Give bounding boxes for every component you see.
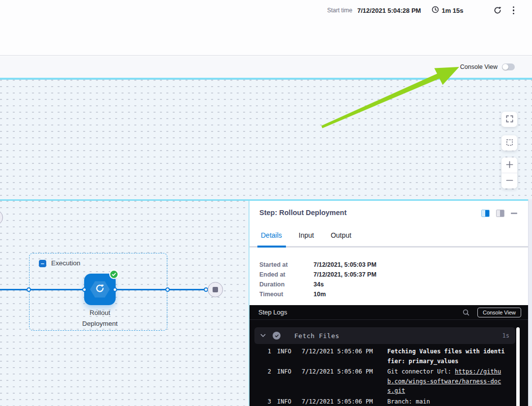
- log-section-duration: 1s: [502, 332, 509, 339]
- panel-header: Step: Rollout Deployment: [250, 201, 528, 221]
- start-time-label: Start time: [327, 7, 352, 14]
- zoom-in-button[interactable]: [501, 157, 517, 173]
- start-node-partial: [0, 210, 3, 225]
- console-view-band: Console View: [0, 56, 532, 78]
- console-view-toggle[interactable]: [502, 63, 515, 70]
- top-bar: Start time 7/12/2021 5:04:28 PM 1m 15s: [0, 0, 532, 56]
- step-graph-canvas[interactable]: Execution Rollout Deployment: [0, 201, 250, 406]
- zoom-out-button[interactable]: [501, 173, 517, 188]
- refresh-button[interactable]: [493, 6, 502, 15]
- canvas-zoom-controls: [501, 112, 517, 188]
- log-entries: 1 INFO 7/12/2021 5:05:06 PM Fetching Val…: [250, 347, 528, 406]
- panel-title: Step: Rollout Deployment: [259, 209, 346, 217]
- edge-connector: [113, 287, 117, 292]
- check-circle-icon: [273, 332, 281, 340]
- edge-connector: [27, 287, 31, 292]
- tab-input[interactable]: Input: [299, 228, 314, 242]
- log-section-name: Fetch Files: [294, 332, 502, 340]
- minimize-panel-button[interactable]: [511, 210, 518, 217]
- tab-output[interactable]: Output: [331, 228, 351, 242]
- detail-row-timeout: Timeout 10m: [259, 289, 528, 299]
- logs-scrollbar-thumb[interactable]: [516, 327, 520, 406]
- node-label: Rollout Deployment: [65, 308, 134, 329]
- active-tab-indicator: [257, 246, 286, 248]
- step-details-panel: Step: Rollout Deployment Details Input O…: [250, 201, 528, 406]
- panel-scroll-gutter[interactable]: [528, 199, 532, 406]
- pipeline-canvas-upper[interactable]: [0, 80, 532, 199]
- fit-to-screen-button[interactable]: [501, 135, 517, 151]
- step-logs-title: Step Logs: [258, 309, 463, 316]
- execution-meta: Start time 7/12/2021 5:04:28 PM 1m 15s: [327, 4, 514, 16]
- minimize-icon: [511, 213, 517, 214]
- minus-icon: [506, 177, 513, 186]
- collapse-group-button[interactable]: [39, 260, 46, 267]
- detail-row-ended-at: Ended at 7/12/2021, 5:05:37 PM: [259, 270, 528, 280]
- hexagon-shape: [90, 281, 110, 298]
- toggle-knob: [502, 64, 508, 70]
- log-line: 2 INFO 7/12/2021 5:05:06 PM Git connecto…: [250, 367, 528, 396]
- expand-icon: [506, 115, 513, 124]
- step-logs-panel: Step Logs Console View Fetch Files 1s 1: [250, 305, 528, 406]
- fullscreen-button[interactable]: [501, 112, 517, 127]
- stop-icon: [213, 287, 218, 292]
- fit-view-icon: [506, 139, 513, 148]
- log-line: 3 INFO 7/12/2021 5:05:06 PM Branch: main: [250, 397, 528, 406]
- panel-tabs: Details Input Output: [250, 228, 528, 242]
- rollout-deployment-node[interactable]: [84, 274, 116, 305]
- elapsed-value: 1m 15s: [441, 7, 463, 14]
- clock-icon: [432, 6, 439, 15]
- detail-row-started-at: Started at 7/12/2021, 5:05:03 PM: [259, 260, 528, 270]
- panel-layout-icon[interactable]: [496, 210, 504, 217]
- edge-connector: [165, 287, 170, 292]
- log-section-fetch-files[interactable]: Fetch Files 1s: [254, 327, 515, 344]
- tabs-divider: [250, 246, 528, 248]
- detail-row-duration: Duration 34s: [259, 280, 528, 289]
- execution-group-label: Execution: [51, 259, 80, 267]
- console-view-button[interactable]: Console View: [477, 308, 521, 317]
- success-badge-icon: [109, 270, 119, 279]
- plus-icon: [506, 161, 513, 170]
- search-icon[interactable]: [463, 309, 469, 316]
- pipeline-execution-page: Start time 7/12/2021 5:04:28 PM 1m 15s C…: [0, 0, 532, 406]
- kebab-menu-icon[interactable]: [513, 6, 515, 15]
- step-logs-header: Step Logs Console View: [250, 305, 528, 320]
- start-time-value: 7/12/2021 5:04:28 PM: [357, 7, 421, 14]
- stage-divider-bottom: [0, 199, 532, 201]
- minus-icon: [41, 263, 44, 264]
- elapsed-time: 1m 15s: [432, 6, 463, 15]
- console-view-label: Console View: [460, 63, 498, 70]
- step-details-list: Started at 7/12/2021, 5:05:03 PM Ended a…: [259, 260, 528, 299]
- chevron-down-icon: [260, 334, 266, 338]
- log-line: 1 INFO 7/12/2021 5:05:06 PM Fetching Val…: [250, 347, 528, 366]
- split-view-icon[interactable]: [481, 210, 490, 217]
- tab-details[interactable]: Details: [261, 228, 282, 242]
- stop-node[interactable]: [208, 282, 223, 297]
- edge-connector: [82, 287, 87, 292]
